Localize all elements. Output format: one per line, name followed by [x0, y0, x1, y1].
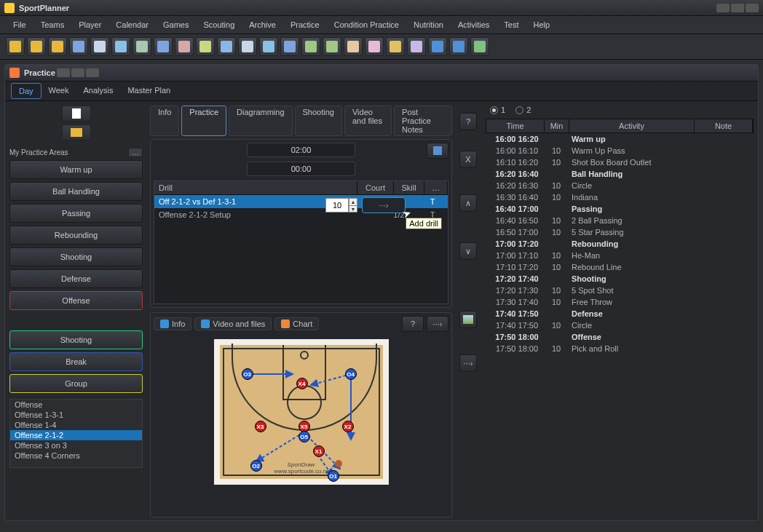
radio-2[interactable]: 2	[515, 106, 531, 114]
diag-tab-video-and-files[interactable]: Video and files	[194, 317, 272, 330]
menu-teams[interactable]: Teams	[33, 17, 71, 32]
menu-scouting[interactable]: Scouting	[196, 17, 242, 32]
area-warm-up[interactable]: Warm up	[9, 160, 143, 179]
toolbar-button-11[interactable]	[238, 37, 257, 56]
list-item[interactable]: Offense 2-1-2	[10, 430, 142, 440]
toolbar-button-6[interactable]	[133, 37, 151, 56]
toolbar-button-21[interactable]	[449, 37, 468, 56]
subtab-video-and-files[interactable]: Video and files	[344, 106, 392, 136]
toolbar-button-20[interactable]	[428, 37, 447, 56]
menu-condition-practice[interactable]: Condition Practice	[327, 17, 406, 32]
list-item[interactable]: Offense	[10, 400, 142, 410]
menu-player[interactable]: Player	[71, 17, 108, 32]
subtab-post-practice-notes[interactable]: Post Practice Notes	[394, 106, 452, 136]
close-button[interactable]	[746, 4, 759, 12]
menu-archive[interactable]: Archive	[242, 17, 283, 32]
sub-maximize[interactable]	[71, 68, 84, 77]
col-drill[interactable]: Drill	[154, 181, 357, 194]
schedule-row[interactable]: 16:40 16:50102 Ball Passing	[486, 215, 754, 226]
col-more[interactable]: …	[424, 181, 448, 194]
minimize-button[interactable]	[716, 4, 730, 12]
schedule-row[interactable]: 17:40 17:5010Circle	[486, 319, 754, 331]
area-ball-handling[interactable]: Ball Handling	[9, 182, 143, 201]
export-button[interactable]: ···›	[459, 354, 477, 372]
toolbar-button-9[interactable]	[196, 37, 215, 56]
area-offense[interactable]: Offense	[9, 291, 143, 310]
menu-file[interactable]: File	[6, 17, 33, 32]
sub-close[interactable]	[86, 68, 99, 77]
add-drill-button[interactable]: ···›	[362, 197, 406, 213]
schedule-row[interactable]: 16:50 17:00105 Star Passing	[486, 226, 754, 238]
schedule-section[interactable]: 16:20 16:40Ball Handling	[486, 168, 754, 180]
tab-day[interactable]: Day	[11, 83, 41, 99]
diag-help-button[interactable]: ?	[402, 316, 424, 332]
menu-help[interactable]: Help	[526, 17, 558, 32]
radio-1[interactable]: 1	[490, 106, 505, 114]
maximize-button[interactable]	[731, 4, 744, 12]
toolbar-button-10[interactable]	[217, 37, 236, 56]
subtab-practice[interactable]: Practice	[181, 106, 226, 136]
schedule-body[interactable]: 16:00 16:20Warm up16:00 16:1010Warm Up P…	[486, 133, 754, 517]
schedule-row[interactable]: 16:30 16:4010Indiana	[486, 191, 754, 203]
menu-games[interactable]: Games	[156, 17, 196, 32]
list-item[interactable]: Offense 1-3-1	[10, 410, 142, 420]
toolbar-button-18[interactable]	[386, 37, 405, 56]
remove-drill-button[interactable]: X	[459, 151, 477, 168]
menu-nutrition[interactable]: Nutrition	[406, 17, 451, 32]
areas-options[interactable]: …	[128, 148, 143, 157]
toolbar-button-1[interactable]	[27, 37, 46, 56]
move-up-button[interactable]: ∧	[459, 194, 477, 212]
image-button[interactable]	[459, 311, 477, 328]
drill-list[interactable]: OffenseOffense 1-3-1Offense 1-4Offense 2…	[9, 399, 143, 468]
subtab-shooting[interactable]: Shooting	[295, 106, 342, 136]
schedule-row[interactable]: 17:30 17:4010Free Throw	[486, 296, 754, 308]
list-item[interactable]: Offense 4 Corners	[10, 450, 142, 461]
area-rebounding[interactable]: Rebounding	[9, 226, 143, 245]
schedule-section[interactable]: 17:20 17:40Shooting	[486, 273, 754, 285]
area-passing[interactable]: Passing	[9, 204, 143, 223]
toolbar-button-13[interactable]	[280, 37, 299, 56]
category-break[interactable]: Break	[9, 352, 143, 371]
area-shooting[interactable]: Shooting	[9, 247, 143, 266]
schedule-section[interactable]: 17:00 17:20Rebounding	[486, 238, 754, 250]
toolbar-button-5[interactable]	[111, 37, 130, 56]
toolbar-button-7[interactable]	[154, 37, 173, 56]
list-item[interactable]: Offense 1-4	[10, 420, 142, 430]
menu-practice[interactable]: Practice	[283, 17, 327, 32]
schedule-section[interactable]: 16:40 17:00Passing	[486, 203, 754, 215]
diag-tab-info[interactable]: Info	[154, 317, 191, 330]
toolbar-button-19[interactable]	[407, 37, 426, 56]
schedule-row[interactable]: 16:00 16:1010Warm Up Pass	[486, 145, 754, 156]
category-group[interactable]: Group	[9, 374, 143, 393]
menu-activities[interactable]: Activities	[451, 17, 497, 32]
schedule-row[interactable]: 17:10 17:2010Rebound Line	[486, 261, 754, 273]
menu-calendar[interactable]: Calendar	[108, 17, 156, 32]
toolbar-button-15[interactable]	[323, 37, 341, 56]
toolbar-button-4[interactable]	[90, 37, 109, 56]
schedule-row[interactable]: 16:20 16:3010Circle	[486, 180, 754, 191]
schedule-section[interactable]: 17:50 18:00Offense	[486, 331, 754, 343]
toolbar-button-3[interactable]	[69, 37, 88, 56]
toolbar-button-0[interactable]	[6, 37, 25, 56]
schedule-row[interactable]: 17:20 17:30105 Spot Shot	[486, 285, 754, 296]
move-down-button[interactable]: ∨	[459, 242, 477, 260]
schedule-section[interactable]: 17:40 17:50Defense	[486, 308, 754, 319]
sub-minimize[interactable]	[57, 68, 70, 77]
subtab-info[interactable]: Info	[150, 106, 179, 136]
schedule-row[interactable]: 16:10 16:2010Shot Box Board Outlet	[486, 156, 754, 168]
col-court[interactable]: Court	[357, 181, 394, 194]
toolbar-button-2[interactable]	[48, 37, 67, 56]
tab-master-plan[interactable]: Master Plan	[120, 83, 178, 99]
help-button[interactable]: ?	[459, 113, 477, 130]
new-file-button[interactable]	[62, 106, 91, 122]
spinner-arrows[interactable]: ▲▼	[349, 198, 357, 213]
toolbar-button-22[interactable]	[470, 37, 489, 56]
tab-analysis[interactable]: Analysis	[76, 83, 120, 99]
subtab-diagramming[interactable]: Diagramming	[229, 106, 292, 136]
toolbar-button-8[interactable]	[175, 37, 194, 56]
col-skill[interactable]: Skill	[394, 181, 424, 194]
category-shooting[interactable]: Shooting	[9, 330, 143, 349]
schedule-section[interactable]: 16:00 16:20Warm up	[486, 133, 754, 145]
toolbar-button-16[interactable]	[344, 37, 363, 56]
toolbar-button-12[interactable]	[259, 37, 278, 56]
